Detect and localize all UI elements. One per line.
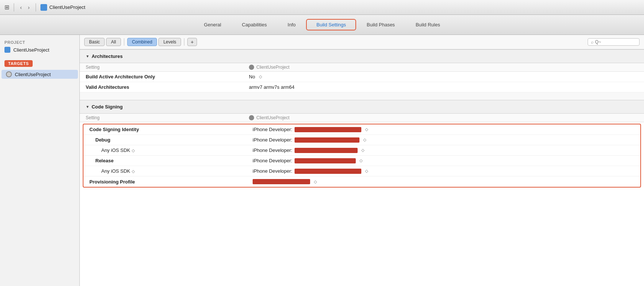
table-row: Any iOS SDK ◇ iPhone Developer: ◇ (83, 166, 640, 176)
toolbar-divider2 (36, 3, 36, 12)
tab-build-phases[interactable]: Build Phases (356, 19, 405, 30)
setting-value: iPhone Developer: ◇ (245, 137, 634, 143)
stepper-icon[interactable]: ◇ (314, 179, 317, 184)
table-row: Provisioning Profile ◇ (83, 176, 640, 187)
sidebar-target-name: ClientUseProject (15, 72, 51, 77)
tab-capabilities[interactable]: Capabilities (231, 19, 277, 30)
setting-value: iPhone Developer: ◇ (245, 147, 634, 153)
section-spacer (80, 92, 644, 100)
sidebar-project-section: PROJECT (0, 39, 79, 45)
code-signing-title: Code Signing (92, 104, 123, 110)
tab-bar: General Capabilities Info Build Settings… (0, 15, 644, 35)
architectures-title: Architectures (92, 53, 123, 59)
cs-target-icon (249, 115, 254, 120)
setting-name: Build Active Architecture Only (86, 74, 242, 79)
back-button[interactable]: ‹ (19, 3, 23, 11)
search-box[interactable]: ⌕ (588, 38, 640, 46)
sidebar-item-target[interactable]: ClientUseProject (1, 70, 78, 79)
filter-levels[interactable]: Levels (158, 38, 181, 46)
tab-build-settings[interactable]: Build Settings (306, 19, 356, 30)
setting-name: Any iOS SDK ◇ (89, 168, 245, 174)
triangle-icon2: ▼ (86, 105, 89, 109)
tab-build-rules[interactable]: Build Rules (405, 19, 450, 30)
redacted-value (295, 158, 356, 163)
target-icon (6, 71, 12, 77)
redacted-value (295, 127, 361, 132)
search-icon: ⌕ (591, 39, 594, 45)
filter-bar: Basic All Combined Levels + ⌕ (80, 35, 644, 49)
setting-name: Any iOS SDK ◇ (89, 147, 245, 153)
stepper-icon[interactable]: ◇ (365, 127, 368, 132)
table-row: Any iOS SDK ◇ iPhone Developer: ◇ (83, 145, 640, 156)
code-signing-header: ▼ Code Signing (80, 100, 644, 114)
cs-col-headers: Setting ClientUseProject (80, 114, 644, 122)
setting-value: iPhone Developer: ◇ (245, 127, 634, 132)
setting-value: armv7 armv7s arm64 (242, 84, 638, 90)
toolbar: ⊞ ‹ › ClientUseProject (0, 0, 644, 15)
forward-button[interactable]: › (26, 3, 31, 11)
setting-value: No ◇ (242, 74, 638, 79)
stepper-icon[interactable]: ◇ (361, 148, 364, 153)
tab-info[interactable]: Info (277, 19, 306, 30)
add-setting-button[interactable]: + (187, 38, 197, 46)
setting-value: iPhone Developer: ◇ (245, 158, 634, 163)
code-signing-highlight-box: Code Signing Identity iPhone Developer: … (83, 124, 641, 188)
redacted-value (295, 148, 358, 153)
setting-name: Code Signing Identity (89, 127, 245, 132)
filter-basic[interactable]: Basic (84, 38, 105, 46)
table-row: Valid Architectures armv7 armv7s arm64 (80, 82, 644, 92)
filter-divider2 (184, 38, 184, 46)
table-row: Build Active Architecture Only No ◇ (80, 72, 644, 82)
filter-all[interactable]: All (106, 38, 121, 46)
setting-value: iPhone Developer: ◇ (245, 168, 634, 174)
toolbar-divider (14, 3, 14, 12)
table-row: Release iPhone Developer: ◇ (83, 156, 640, 166)
project-name: ClientUseProject (49, 4, 85, 10)
project-icon (40, 4, 47, 11)
sidebar-targets-section: TARGETS (4, 60, 33, 67)
arch-target-icon (249, 65, 254, 70)
triangle-icon: ▼ (86, 54, 89, 58)
architectures-header: ▼ Architectures (80, 49, 644, 63)
code-signing-section: ▼ Code Signing Setting ClientUseProject (80, 100, 644, 188)
setting-name-provisioning: Provisioning Profile (89, 179, 245, 185)
cs-setting-col-header: Setting (86, 115, 242, 120)
filter-divider (124, 38, 124, 46)
setting-name: Release (89, 158, 245, 163)
sidebar-project-name: ClientUseProject (13, 47, 49, 53)
settings-content: ▼ Architectures Setting ClientUseProject… (80, 49, 644, 188)
main-layout: PROJECT ClientUseProject TARGETS ClientU… (0, 35, 644, 286)
table-row: Code Signing Identity iPhone Developer: … (83, 124, 640, 135)
stepper-icon[interactable]: ◇ (363, 137, 366, 142)
sidebar-item-project[interactable]: ClientUseProject (0, 45, 79, 54)
arch-value-col-header: ClientUseProject (242, 65, 638, 70)
stepper-icon[interactable]: ◇ (259, 74, 262, 79)
cs-value-col-header: ClientUseProject (242, 115, 638, 120)
sidebar: PROJECT ClientUseProject TARGETS ClientU… (0, 35, 80, 286)
redacted-value (295, 169, 361, 174)
redacted-value (295, 137, 359, 143)
setting-name: Debug (89, 137, 245, 143)
filter-combined[interactable]: Combined (127, 38, 157, 46)
architectures-section: ▼ Architectures Setting ClientUseProject… (80, 49, 644, 92)
arch-setting-col-header: Setting (86, 65, 242, 70)
stepper-icon[interactable]: ◇ (359, 158, 362, 163)
breadcrumb: ClientUseProject (40, 4, 85, 11)
grid-icon: ⊞ (4, 4, 9, 11)
search-input[interactable] (595, 39, 632, 45)
stepper-icon[interactable]: ◇ (365, 169, 368, 173)
project-file-icon (4, 47, 10, 53)
redacted-value (253, 179, 310, 184)
tab-general[interactable]: General (194, 19, 231, 30)
setting-name: Valid Architectures (86, 84, 242, 90)
table-row: Debug iPhone Developer: ◇ (83, 135, 640, 145)
setting-value-provisioning: ◇ (245, 179, 634, 184)
content-area: Basic All Combined Levels + ⌕ ▼ Architec… (80, 35, 644, 286)
arch-col-headers: Setting ClientUseProject (80, 63, 644, 72)
